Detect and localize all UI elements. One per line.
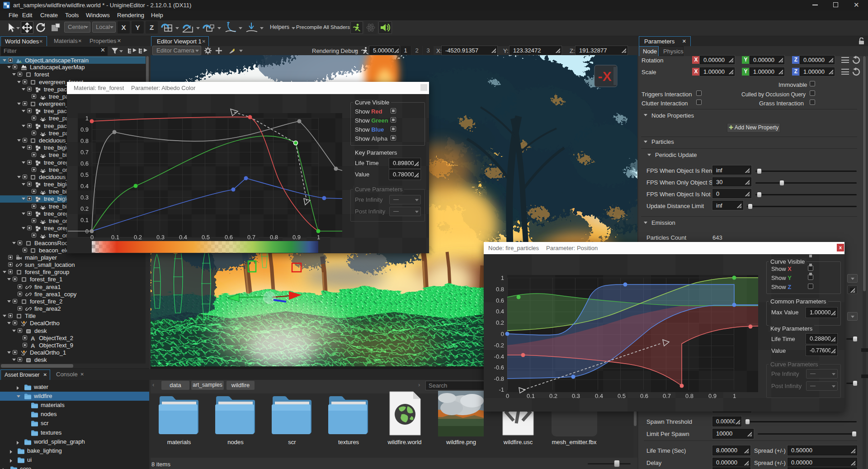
svg-text:0.6: 0.6: [80, 160, 89, 167]
svg-text:0.9: 0.9: [708, 393, 717, 399]
svg-text:0: 0: [90, 234, 94, 241]
svg-text:0.1: 0.1: [80, 217, 89, 223]
svg-text:0.6: 0.6: [496, 297, 504, 304]
svg-text:A: A: [31, 342, 35, 349]
svg-text:0.9: 0.9: [80, 126, 89, 133]
svg-text:-0.6: -0.6: [494, 364, 504, 371]
svg-text:0.6: 0.6: [640, 393, 648, 399]
svg-text:0: 0: [501, 331, 504, 337]
svg-text:-0.4: -0.4: [494, 353, 504, 360]
svg-text:-0.8: -0.8: [494, 375, 504, 382]
svg-text:0.7: 0.7: [80, 149, 89, 156]
svg-text:A: A: [31, 335, 35, 341]
svg-text:0.4: 0.4: [595, 393, 603, 399]
svg-text:1: 1: [317, 234, 320, 241]
svg-text:0.7: 0.7: [247, 234, 255, 241]
svg-text:0.2: 0.2: [549, 393, 557, 399]
svg-text:0.5: 0.5: [618, 393, 626, 399]
svg-text:0.3: 0.3: [80, 194, 89, 201]
svg-text:1: 1: [85, 115, 89, 122]
svg-text:0.3: 0.3: [156, 234, 165, 241]
svg-text:0.5: 0.5: [80, 171, 89, 178]
svg-text:0.5: 0.5: [202, 234, 210, 241]
svg-text:-0.2: -0.2: [494, 342, 504, 349]
svg-text:0: 0: [506, 393, 509, 399]
svg-text:0.1: 0.1: [111, 234, 119, 241]
svg-text:1: 1: [501, 275, 504, 281]
svg-text:0.8: 0.8: [80, 137, 89, 144]
svg-text:0.1: 0.1: [527, 393, 535, 399]
svg-text:0.4: 0.4: [496, 308, 504, 315]
svg-text:0.8: 0.8: [496, 286, 504, 293]
svg-text:0.6: 0.6: [225, 234, 233, 241]
svg-text:0.2: 0.2: [80, 205, 89, 212]
svg-text:0.8: 0.8: [270, 234, 278, 241]
svg-text:0.3: 0.3: [572, 393, 580, 399]
svg-text:0.4: 0.4: [179, 234, 187, 241]
svg-text:-1: -1: [499, 386, 504, 393]
svg-text:0.8: 0.8: [685, 393, 693, 399]
svg-text:0.9: 0.9: [292, 234, 301, 241]
svg-text:0.2: 0.2: [496, 319, 504, 326]
svg-text:0.2: 0.2: [134, 234, 142, 241]
svg-text:1: 1: [733, 393, 736, 399]
svg-text:0.4: 0.4: [80, 183, 89, 189]
svg-text:-X: -X: [598, 69, 612, 84]
svg-text:0.7: 0.7: [663, 393, 671, 399]
